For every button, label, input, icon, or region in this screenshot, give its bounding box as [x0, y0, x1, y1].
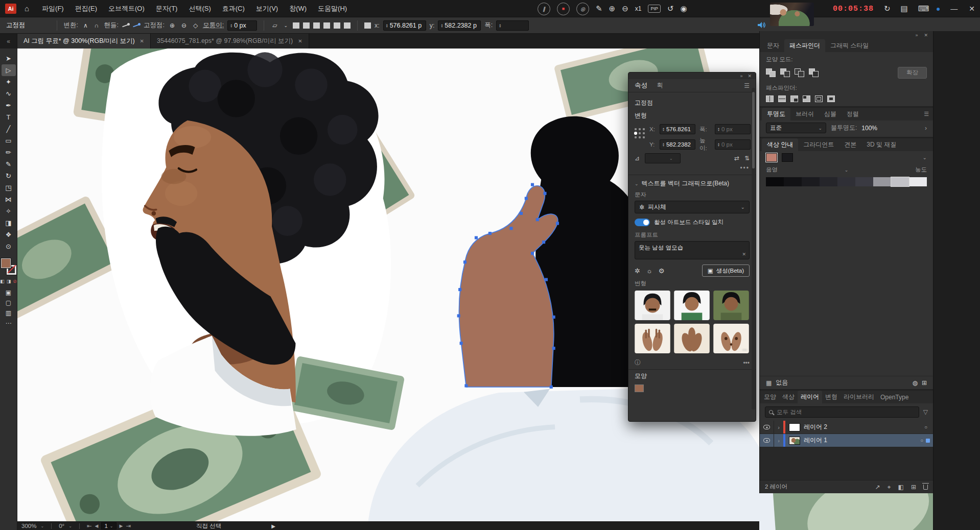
- document-tab-inactive[interactable]: 35446075_781.eps* @ 97.98%(RGB/미리 보기) ✕: [151, 34, 309, 49]
- lasso-tool[interactable]: ∿: [2, 88, 16, 100]
- blend-mode-dropdown[interactable]: 표준 ⌄: [766, 123, 826, 133]
- divide-icon[interactable]: [766, 95, 774, 102]
- dock-close-icon[interactable]: ✕: [924, 33, 928, 38]
- convert-anchor-icon[interactable]: ◇: [192, 21, 199, 30]
- save-group-icon[interactable]: ⊞: [922, 379, 927, 387]
- pencil-tool[interactable]: ✎: [2, 158, 16, 170]
- layer-thumbnail[interactable]: [789, 423, 800, 431]
- fill-color-swatch[interactable]: [1, 258, 11, 268]
- stepper-icon[interactable]: [440, 23, 443, 28]
- fill-stroke-swatches[interactable]: [1, 258, 16, 275]
- menu-item-select[interactable]: 선택(S): [183, 4, 216, 13]
- zoom-in-icon[interactable]: ⊕: [609, 4, 616, 13]
- variation-more-icon[interactable]: ⋯: [742, 347, 748, 352]
- tab-stroke[interactable]: 획: [657, 81, 663, 90]
- align-middle-icon[interactable]: [334, 22, 340, 29]
- opacity-more-icon[interactable]: ›: [925, 125, 927, 132]
- x-field[interactable]: [383, 20, 426, 31]
- stepper-icon[interactable]: [230, 23, 232, 28]
- target-circle-icon[interactable]: ○: [920, 438, 923, 443]
- scale-tool[interactable]: ◳: [2, 182, 16, 194]
- artboard-number-field[interactable]: 1 ⌄: [101, 522, 116, 529]
- layers-search-field[interactable]: [765, 406, 919, 418]
- unite-icon[interactable]: [766, 68, 776, 77]
- tab-color-guide[interactable]: 색상 안내: [762, 138, 798, 151]
- corner-field[interactable]: [227, 20, 257, 31]
- info-icon[interactable]: ⓘ: [635, 358, 641, 367]
- delete-layer-icon[interactable]: [923, 485, 928, 490]
- tab-gradient[interactable]: 그라디언트: [798, 138, 839, 151]
- line-segment-tool[interactable]: ╱: [2, 123, 16, 135]
- merge-icon[interactable]: [790, 95, 798, 102]
- width-field[interactable]: [496, 20, 529, 31]
- tab-layers[interactable]: 레이어: [798, 391, 822, 403]
- generate-button[interactable]: ▣ 생성(Beta): [702, 264, 750, 277]
- menu-item-object[interactable]: 오브젝트(O): [103, 4, 150, 13]
- flip-vertical-icon[interactable]: ⇅: [744, 155, 750, 162]
- height-input[interactable]: [721, 141, 748, 148]
- hands-variation-1[interactable]: [635, 324, 670, 353]
- tab-character[interactable]: 문자: [762, 39, 784, 52]
- tab-brushes[interactable]: 브러쉬: [790, 108, 819, 121]
- stepper-icon[interactable]: [386, 23, 388, 28]
- pen-tool[interactable]: ✒: [2, 100, 16, 111]
- panel-collapse-icon[interactable]: »: [740, 74, 742, 79]
- remove-anchor-icon[interactable]: ⊖: [180, 21, 188, 30]
- tab-swatches[interactable]: 견본: [839, 138, 861, 151]
- search-input[interactable]: [777, 409, 915, 415]
- convert-smooth-icon[interactable]: ∩: [93, 21, 101, 30]
- zoom-tool[interactable]: ⊙: [2, 240, 16, 252]
- y-field[interactable]: [438, 20, 481, 31]
- tab-transparency[interactable]: 투명도: [762, 108, 790, 121]
- harmony-chevron-icon[interactable]: ⌄: [923, 155, 927, 160]
- locate-object-icon[interactable]: ⌖: [888, 484, 891, 491]
- home-icon[interactable]: ⌂: [25, 4, 29, 13]
- shade-tint-ramp[interactable]: [760, 176, 933, 188]
- expander-icon[interactable]: ›: [774, 424, 783, 430]
- minimize-button[interactable]: —: [950, 5, 958, 13]
- color-mode-icon[interactable]: ◧: [0, 279, 5, 284]
- align-center-icon[interactable]: [303, 22, 310, 29]
- zoom-out-icon[interactable]: ⊖: [622, 4, 628, 13]
- app-logo[interactable]: Ai: [5, 4, 16, 14]
- selection-tool[interactable]: ➤: [2, 53, 16, 64]
- draw-normal-icon[interactable]: ▣: [6, 289, 11, 296]
- hands-variation-3[interactable]: ⋯: [713, 324, 749, 353]
- panel-menu-icon[interactable]: ☰: [924, 111, 931, 117]
- keyboard-icon[interactable]: ⌨: [918, 4, 929, 13]
- hands-variation-2[interactable]: [674, 324, 710, 353]
- tab-appearance[interactable]: 모양: [761, 391, 779, 403]
- rotation-value[interactable]: 0°: [59, 523, 64, 529]
- panel-close-icon[interactable]: ✕: [748, 74, 752, 79]
- zoom-level[interactable]: 300%: [21, 523, 36, 529]
- minus-back-icon[interactable]: [827, 95, 835, 102]
- type-tool[interactable]: T: [2, 111, 16, 123]
- base-color-swatch[interactable]: [766, 153, 777, 162]
- reference-point-locator[interactable]: [635, 128, 645, 139]
- target-circle-icon[interactable]: ○: [924, 424, 927, 430]
- clear-prompt-icon[interactable]: ✕: [742, 252, 746, 257]
- tab-graphic-styles[interactable]: 그래픽 스타일: [825, 39, 874, 52]
- layer-name[interactable]: 레이어 1: [804, 436, 920, 445]
- filter-funnel-icon[interactable]: ▽: [923, 408, 928, 416]
- tab-properties[interactable]: 속성: [635, 81, 647, 90]
- gesture-icon[interactable]: ↺: [667, 4, 674, 13]
- section-chevron-icon[interactable]: ⌄: [635, 181, 639, 186]
- visibility-cell[interactable]: [760, 421, 774, 433]
- face-variation-3[interactable]: [713, 291, 749, 320]
- match-style-toggle[interactable]: [635, 219, 650, 226]
- webcam-thumbnail[interactable]: [770, 3, 814, 26]
- align-right-icon[interactable]: [313, 22, 320, 29]
- annotate-pencil-icon[interactable]: ✎: [596, 4, 602, 13]
- new-layer-icon[interactable]: ⊞: [911, 484, 916, 491]
- settings-gear-icon[interactable]: ⚙: [659, 267, 665, 275]
- width-input[interactable]: [721, 126, 748, 132]
- y-input[interactable]: [445, 22, 478, 29]
- height-field[interactable]: [715, 139, 751, 150]
- align-bottom-icon[interactable]: [344, 22, 351, 29]
- show-handles-icon[interactable]: [122, 23, 129, 28]
- flip-horizontal-icon[interactable]: ⇄: [734, 155, 739, 162]
- corner-label[interactable]: 모퉁이:: [203, 21, 224, 30]
- gradient-tool[interactable]: ◨: [2, 217, 16, 229]
- screen-mode-icon[interactable]: ▥: [6, 309, 11, 317]
